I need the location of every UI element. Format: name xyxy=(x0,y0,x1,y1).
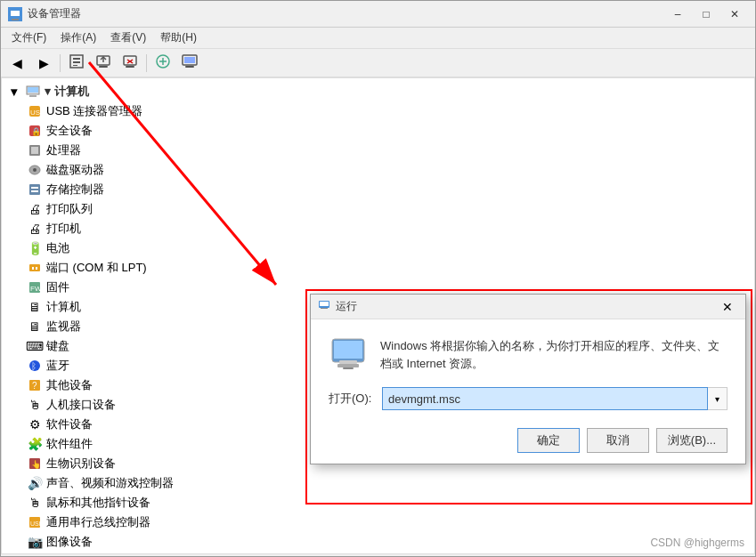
monitor-button[interactable] xyxy=(177,52,202,75)
port-icon xyxy=(27,260,43,276)
list-item[interactable]: 🌐 网络适配器 xyxy=(2,552,754,554)
biometric-icon: 👆 xyxy=(27,456,43,472)
list-item[interactable]: 磁盘驱动器 xyxy=(2,160,754,180)
window-controls: – □ ✕ xyxy=(664,5,748,23)
svg-rect-29 xyxy=(31,147,38,154)
svg-text:USB: USB xyxy=(30,521,42,527)
mouse-icon: 🖱 xyxy=(27,495,43,511)
svg-text:FW: FW xyxy=(30,285,42,293)
window-title: 设备管理器 xyxy=(28,6,81,21)
svg-rect-54 xyxy=(334,341,362,359)
keyboard-icon: ⌨ xyxy=(27,338,43,354)
svg-rect-19 xyxy=(184,57,195,63)
menu-view[interactable]: 查看(V) xyxy=(103,28,153,47)
firmware-icon: FW xyxy=(27,279,43,295)
svg-rect-13 xyxy=(126,66,134,68)
list-item[interactable]: USB USB 连接器管理器 xyxy=(2,101,754,121)
dialog-body: Windows 将根据你输入的名称，为你打开相应的程序、文件夹、文档或 Inte… xyxy=(311,319,745,464)
scan-button[interactable] xyxy=(150,52,175,75)
item-label: 蓝牙 xyxy=(46,358,69,374)
list-item[interactable]: 📷 图像设备 xyxy=(2,532,754,552)
cancel-button[interactable]: 取消 xyxy=(587,428,649,453)
browse-button[interactable]: 浏览(B)... xyxy=(656,428,728,453)
open-label: 打开(O): xyxy=(329,391,375,407)
svg-rect-5 xyxy=(73,61,80,63)
ok-button[interactable]: 确定 xyxy=(517,428,580,453)
dialog-close-button[interactable]: ✕ xyxy=(717,298,738,316)
item-label: 声音、视频和游戏控制器 xyxy=(46,475,174,491)
list-item[interactable]: 🖱 鼠标和其他指针设备 xyxy=(2,493,754,513)
item-label: 监视器 xyxy=(46,319,81,335)
other-device-icon: ? xyxy=(27,377,43,393)
list-item[interactable]: 🔊 声音、视频和游戏控制器 xyxy=(2,473,754,493)
menu-help[interactable]: 帮助(H) xyxy=(153,28,204,47)
toolbar-separator-1 xyxy=(60,54,61,72)
forward-button[interactable]: ▶ xyxy=(31,52,56,75)
security-icon: 🔒 xyxy=(27,123,43,139)
item-label: 安全设备 xyxy=(46,123,93,139)
software-device-icon: ⚙ xyxy=(27,416,43,432)
item-label: USB 连接器管理器 xyxy=(46,103,142,119)
svg-text:👆: 👆 xyxy=(31,459,42,470)
list-item[interactable]: 端口 (COM 和 LPT) xyxy=(2,258,754,278)
dialog-title-icon xyxy=(318,299,330,314)
svg-rect-57 xyxy=(343,367,354,369)
svg-text:🔒: 🔒 xyxy=(31,126,42,137)
item-label: 人机接口设备 xyxy=(46,397,116,413)
close-button[interactable]: ✕ xyxy=(721,5,748,23)
watermark-text: CSDN @highgerms xyxy=(650,537,744,549)
menu-bar: 文件(F) 操作(A) 查看(V) 帮助(H) xyxy=(1,28,755,49)
uninstall-button[interactable] xyxy=(118,52,142,75)
list-item[interactable]: 🔋 电池 xyxy=(2,238,754,258)
item-label: 网络适配器 xyxy=(46,553,104,554)
svg-text:ᛒ: ᛒ xyxy=(31,361,37,371)
dropdown-button[interactable]: ▾ xyxy=(708,387,728,410)
properties-button[interactable] xyxy=(64,52,89,75)
tree-root[interactable]: ▾ ▾ 计算机 xyxy=(2,82,754,101)
list-item[interactable]: 🔒 安全设备 xyxy=(2,121,754,141)
list-item[interactable]: 🖨 打印机 xyxy=(2,219,754,238)
title-bar-left: 设备管理器 xyxy=(8,6,81,21)
minimize-button[interactable]: – xyxy=(664,5,691,23)
dialog-title-bar: 运行 ✕ xyxy=(311,295,745,319)
menu-file[interactable]: 文件(F) xyxy=(4,28,53,47)
watermark: CSDN @highgerms xyxy=(650,537,744,549)
item-label: 其他设备 xyxy=(46,377,93,393)
computer2-icon: 🖥 xyxy=(27,299,43,315)
uninstall-icon xyxy=(122,53,138,72)
menu-action[interactable]: 操作(A) xyxy=(53,28,103,47)
dialog-buttons: 确定 取消 浏览(B)... xyxy=(329,424,728,453)
item-label: 生物识别设备 xyxy=(46,456,116,472)
update-driver-button[interactable] xyxy=(91,52,116,75)
svg-rect-22 xyxy=(29,95,37,97)
item-label: 图像设备 xyxy=(46,534,93,550)
back-button[interactable]: ◀ xyxy=(4,52,29,75)
dialog-title-left: 运行 xyxy=(318,299,357,314)
item-label: 存储控制器 xyxy=(46,182,104,198)
list-item[interactable]: 🖨 打印队列 xyxy=(2,199,754,219)
svg-text:USB: USB xyxy=(30,109,42,117)
item-label: 打印队列 xyxy=(46,201,93,217)
list-item[interactable]: 处理器 xyxy=(2,141,754,160)
maximize-button[interactable]: □ xyxy=(693,5,719,23)
usb-controller-icon: USB xyxy=(27,514,43,530)
svg-rect-18 xyxy=(185,66,194,68)
list-item[interactable]: USB 通用串行总线控制器 xyxy=(2,513,754,532)
svg-rect-23 xyxy=(28,94,37,95)
item-label: 鼠标和其他指针设备 xyxy=(46,495,150,511)
scan-icon xyxy=(155,53,171,72)
run-icon-container xyxy=(329,334,368,373)
svg-rect-4 xyxy=(73,58,80,60)
item-label: 键盘 xyxy=(46,338,69,354)
computer-icon xyxy=(25,84,41,100)
update-driver-icon xyxy=(95,53,111,72)
dialog-description: Windows 将根据你输入的名称，为你打开相应的程序、文件夹、文档或 Inte… xyxy=(380,334,728,373)
battery-icon: 🔋 xyxy=(27,240,43,256)
dialog-input-row: 打开(O): ▾ xyxy=(329,387,728,410)
item-label: 通用串行总线控制器 xyxy=(46,514,150,530)
list-item[interactable]: 存储控制器 xyxy=(2,180,754,199)
run-input[interactable] xyxy=(382,387,708,410)
svg-rect-6 xyxy=(73,65,77,66)
svg-rect-21 xyxy=(28,87,38,93)
computer-name: ▾ 计算机 xyxy=(45,84,89,100)
